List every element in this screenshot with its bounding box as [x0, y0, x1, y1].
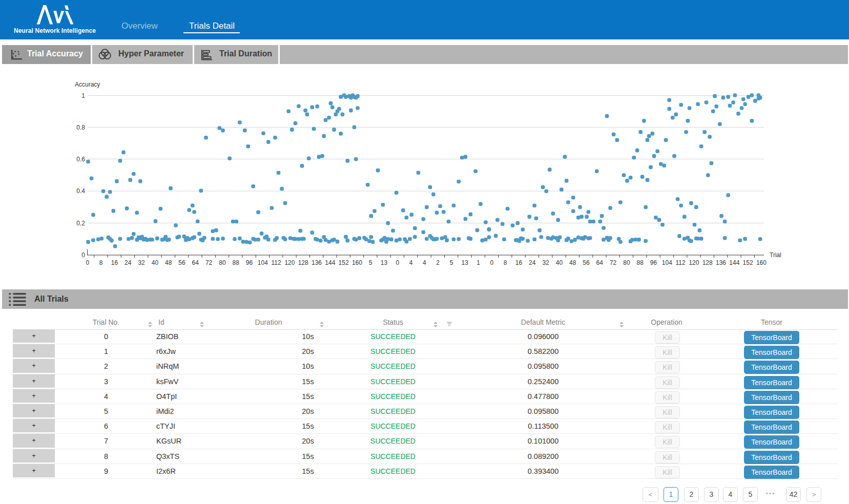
svg-text:144: 144 — [729, 259, 739, 266]
svg-text:120: 120 — [284, 259, 295, 266]
svg-text:64: 64 — [596, 259, 604, 266]
svg-text:32: 32 — [542, 259, 549, 266]
svg-text:13: 13 — [381, 259, 388, 266]
svg-text:136: 136 — [312, 259, 322, 266]
svg-text:0.8: 0.8 — [76, 124, 85, 131]
svg-text:16: 16 — [111, 259, 118, 266]
svg-text:0: 0 — [81, 251, 85, 259]
svg-text:96: 96 — [246, 259, 253, 266]
svg-text:72: 72 — [610, 259, 617, 266]
svg-text:152: 152 — [743, 259, 753, 266]
svg-text:64: 64 — [192, 259, 199, 266]
svg-text:56: 56 — [583, 259, 590, 266]
svg-text:0.2: 0.2 — [76, 220, 85, 227]
svg-text:88: 88 — [637, 259, 644, 266]
svg-text:5: 5 — [369, 259, 372, 266]
svg-text:48: 48 — [569, 259, 576, 266]
svg-text:13: 13 — [462, 259, 469, 266]
svg-text:24: 24 — [529, 259, 536, 266]
svg-text:48: 48 — [165, 259, 172, 266]
svg-text:40: 40 — [556, 259, 563, 266]
svg-text:112: 112 — [272, 259, 281, 266]
svg-text:4: 4 — [409, 259, 413, 266]
svg-text:0: 0 — [490, 259, 494, 266]
svg-text:112: 112 — [676, 259, 686, 266]
svg-text:120: 120 — [689, 259, 699, 266]
svg-text:160: 160 — [352, 259, 362, 266]
svg-text:0: 0 — [86, 259, 90, 266]
svg-text:16: 16 — [515, 259, 523, 266]
svg-text:152: 152 — [339, 259, 349, 266]
svg-text:136: 136 — [716, 259, 726, 266]
svg-text:2: 2 — [436, 259, 440, 266]
svg-text:144: 144 — [325, 259, 335, 266]
svg-text:88: 88 — [233, 259, 240, 266]
svg-text:8: 8 — [504, 259, 507, 266]
svg-text:0: 0 — [396, 259, 399, 266]
svg-text:128: 128 — [298, 259, 308, 266]
svg-text:1: 1 — [81, 92, 85, 99]
svg-text:0.4: 0.4 — [76, 187, 85, 195]
svg-text:32: 32 — [138, 259, 145, 266]
svg-text:128: 128 — [702, 259, 713, 266]
svg-text:80: 80 — [219, 259, 226, 266]
svg-text:5: 5 — [450, 259, 453, 266]
svg-text:Accuracy: Accuracy — [75, 81, 100, 88]
svg-text:8: 8 — [99, 259, 103, 266]
svg-text:1: 1 — [477, 259, 480, 266]
svg-text:24: 24 — [125, 259, 132, 266]
svg-text:160: 160 — [756, 259, 767, 266]
svg-text:0.6: 0.6 — [76, 156, 85, 163]
svg-text:96: 96 — [650, 259, 657, 266]
svg-text:104: 104 — [662, 259, 672, 266]
svg-text:72: 72 — [205, 259, 213, 266]
svg-text:4: 4 — [423, 259, 426, 266]
svg-text:40: 40 — [152, 259, 159, 266]
svg-text:104: 104 — [258, 259, 268, 266]
svg-text:56: 56 — [178, 259, 185, 266]
svg-text:80: 80 — [623, 259, 630, 266]
svg-text:Trial: Trial — [770, 251, 781, 259]
